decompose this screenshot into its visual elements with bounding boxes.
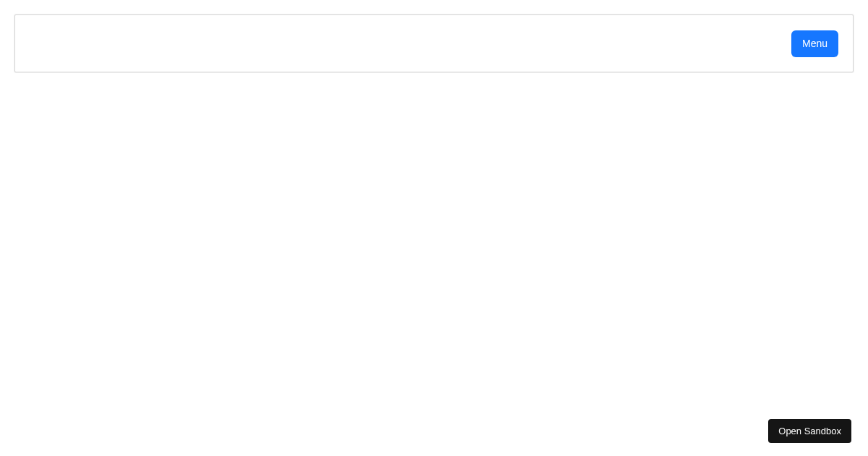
main-container: Menu (0, 0, 868, 87)
open-sandbox-button[interactable]: Open Sandbox (768, 419, 851, 443)
menu-button[interactable]: Menu (791, 30, 838, 57)
top-panel: Menu (14, 14, 854, 72)
